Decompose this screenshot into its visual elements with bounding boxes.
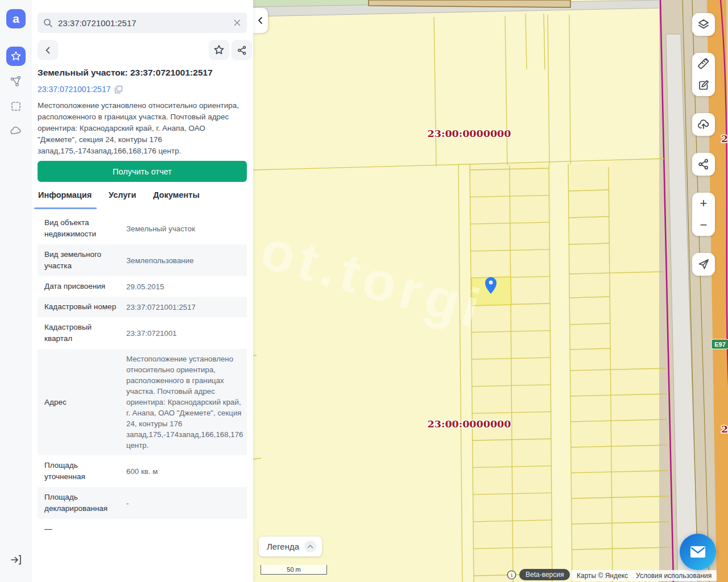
row-label: Дата присвоения [44, 281, 118, 292]
table-row: АдресМестоположение установлено относите… [38, 349, 247, 455]
zoom-control: + − [692, 193, 715, 236]
table-row: — [38, 519, 247, 539]
table-row: Кадастровый квартал23:37:0721001 [38, 317, 247, 349]
table-row: Площадь декларированная- [38, 487, 247, 519]
minus-icon: − [700, 219, 708, 231]
table-row: Дата присвоения29.05.2015 [38, 276, 247, 297]
row-label: Вид земельного участка [44, 249, 118, 272]
share-control [692, 153, 715, 176]
cadastral-zone-label-partial: 2 [721, 133, 728, 144]
cadastral-number-row: 23:37:0721001:2517 [38, 85, 123, 94]
navigation-arrow-icon [697, 258, 710, 271]
map-canvas[interactable]: ot.torgi 23:00:0000000 23:00:0000000 2 2… [253, 0, 728, 582]
table-row: Кадастровый номер23:37:0721001:2517 [38, 297, 247, 317]
app-window: ot.torgi 23:00:0000000 23:00:0000000 2 2… [0, 0, 728, 582]
layers-control [692, 13, 715, 36]
cadastral-zone-label-partial: 2 [721, 423, 728, 435]
layers-icon [697, 18, 710, 31]
building-outline [369, 0, 570, 7]
row-value: 23:37:0721001 [126, 328, 240, 339]
back-button[interactable] [38, 40, 58, 60]
row-label: Вид объекта недвижимости [44, 217, 118, 240]
search-bar[interactable] [38, 13, 247, 33]
share-button[interactable] [692, 153, 715, 176]
copy-icon[interactable] [114, 85, 123, 94]
envelope-icon [690, 546, 706, 558]
zoom-in-button[interactable]: + [692, 193, 715, 214]
row-label: Площадь декларированная [44, 492, 118, 514]
chevron-up-icon [304, 541, 316, 552]
favorite-button[interactable] [209, 40, 229, 60]
exit-icon [10, 554, 22, 566]
table-row: Вид земельного участкаЗемлепользование [38, 244, 247, 276]
cloud-upload-icon [697, 118, 710, 131]
edit-icon [697, 79, 710, 92]
beta-badge: Beta-версия [519, 569, 570, 580]
detail-tabs: ИнформацияУслугиДокументы [38, 190, 247, 207]
sidebar-item-cloud[interactable] [6, 122, 26, 141]
edit-button[interactable] [692, 74, 715, 96]
info-icon[interactable]: i [507, 570, 516, 580]
cloud-upload-button[interactable] [692, 113, 715, 136]
chevron-left-icon [257, 16, 264, 24]
row-label: Кадастровый номер [44, 301, 118, 313]
row-value: Землепользование [126, 255, 240, 266]
row-value: Местоположение установлено относительно … [126, 354, 243, 451]
row-value: 29.05.2015 [126, 281, 240, 292]
object-title: Земельный участок: 23:37:0721001:2517 [38, 68, 247, 78]
road-sign-e97: E97 [712, 339, 728, 349]
cadastral-number-link[interactable]: 23:37:0721001:2517 [38, 85, 110, 94]
upload-control [692, 113, 715, 136]
svg-text:i: i [511, 572, 512, 578]
search-icon [43, 18, 53, 28]
tab-0[interactable]: Информация [38, 190, 92, 207]
object-description: Местоположение установлено относительно … [38, 100, 246, 157]
detail-panel: Земельный участок: 23:37:0721001:2517 23… [31, 0, 253, 582]
share-object-button[interactable] [231, 40, 252, 60]
map-copyright: Карты © Яндекс [577, 572, 628, 580]
star-icon [213, 44, 225, 56]
svg-text:E97: E97 [714, 341, 726, 348]
sidebar-item-area-select[interactable] [6, 97, 26, 116]
map-attribution: Карты © Яндекс Условия использования [572, 570, 717, 581]
app-logo[interactable]: a [6, 9, 26, 28]
cadastral-zone-label: 23:00:0000000 [428, 128, 511, 139]
cloud-icon [9, 124, 23, 138]
get-report-button[interactable]: Получить отчет [38, 161, 247, 182]
polygon-icon [10, 75, 22, 88]
table-row: Площадь уточненная600 кв. м [38, 455, 247, 487]
tab-1[interactable]: Услуги [108, 190, 136, 207]
selection-icon [10, 100, 22, 113]
icon-sidebar: a [0, 0, 31, 582]
search-input[interactable] [58, 18, 233, 28]
ruler-icon [697, 57, 710, 70]
zoom-out-button[interactable]: − [692, 214, 715, 236]
row-value: Земельный участок [126, 223, 240, 234]
legend-label: Легенда [267, 542, 299, 551]
terms-of-use-link[interactable]: Условия использования [636, 572, 712, 580]
row-value: 23:37:0721001:2517 [126, 302, 240, 313]
row-value: 600 кв. м [126, 466, 240, 477]
ruler-button[interactable] [692, 53, 715, 74]
chat-button[interactable] [680, 534, 716, 570]
row-label: Площадь уточненная [44, 460, 118, 483]
sidebar-item-favorites[interactable] [6, 47, 26, 66]
tab-2[interactable]: Документы [152, 190, 200, 207]
attributes-table: Вид объекта недвижимостиЗемельный участо… [38, 213, 247, 539]
legend-button[interactable]: Легенда [259, 537, 322, 556]
detail-toolbar [38, 40, 247, 60]
star-icon [10, 51, 22, 62]
map-scale-bar: 50 m [260, 565, 327, 575]
cadastral-zone-label: 23:00:0000000 [428, 418, 511, 430]
layers-button[interactable] [692, 13, 715, 36]
collapse-panel-button[interactable] [253, 8, 268, 33]
share-icon [697, 158, 710, 171]
my-location-button[interactable] [692, 253, 715, 276]
row-label: Адрес [44, 397, 118, 408]
sidebar-item-polygon-tool[interactable] [6, 72, 26, 91]
table-row: Вид объекта недвижимостиЗемельный участо… [38, 213, 247, 244]
clear-search-icon[interactable] [233, 19, 241, 27]
measure-edit-control [692, 53, 715, 96]
row-label: — [44, 523, 118, 535]
sidebar-exit-button[interactable] [6, 550, 26, 569]
